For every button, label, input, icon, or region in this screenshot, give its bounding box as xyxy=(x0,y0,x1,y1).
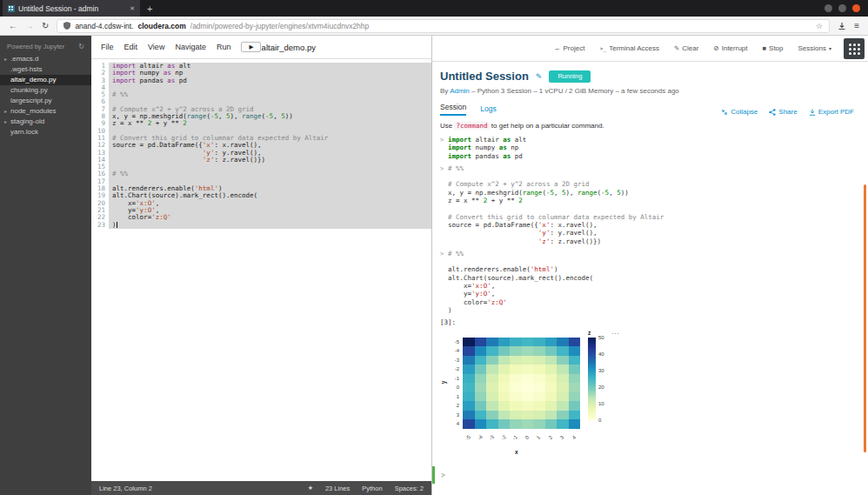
sessions-caret-icon: ▾ xyxy=(829,45,831,51)
toolbar-stop[interactable]: ■Stop xyxy=(763,44,784,52)
code-line: color='z:Q' xyxy=(112,214,431,221)
menu-run[interactable]: Run xyxy=(217,43,231,51)
heatmap-cell xyxy=(510,374,522,384)
new-tab-button[interactable]: + xyxy=(147,3,152,14)
toolbar-interrupt[interactable]: ⊘Interrupt xyxy=(713,44,747,52)
y-tick-label: -5 xyxy=(440,339,459,344)
indent-setting[interactable]: Spaces: 2 xyxy=(395,485,424,492)
console-input[interactable]: > xyxy=(432,466,445,484)
language-mode[interactable]: Python xyxy=(362,485,382,492)
folder-arrow-icon: ▸ xyxy=(4,117,10,127)
run-button[interactable]: ▶ xyxy=(241,42,261,53)
sidebar-header-label: Powered by Jupyter xyxy=(7,43,64,50)
back-icon[interactable]: ← xyxy=(9,21,17,30)
url-field[interactable]: anand-4.cdsw-int.cloudera.com/admin/powe… xyxy=(57,19,830,33)
menu-edit[interactable]: Edit xyxy=(124,43,138,51)
window-maximize-button[interactable] xyxy=(838,4,846,12)
collapse-button[interactable]: Collapse xyxy=(721,108,758,116)
code-line xyxy=(112,164,431,171)
heatmap-cell xyxy=(510,401,522,411)
heatmap-cell xyxy=(569,346,581,356)
window-minimize-button[interactable] xyxy=(825,4,832,12)
heatmap-cell xyxy=(557,392,569,402)
browser-menu-icon[interactable]: ≡ xyxy=(854,21,859,30)
line-number-gutter: 1234567891011121314151617181920212223 xyxy=(91,63,109,481)
reload-icon[interactable]: ↻ xyxy=(42,21,49,30)
file-item-yarn-lock[interactable]: yarn.lock xyxy=(0,127,91,137)
heatmap-cell xyxy=(498,356,511,365)
heatmap-cell xyxy=(510,346,522,356)
favorite-star-icon[interactable]: ★ xyxy=(308,485,313,492)
file-item--wget-hsts[interactable]: .wget-hsts xyxy=(0,64,91,75)
browser-titlebar: Untitled Session - admin ✕ + xyxy=(0,0,868,17)
file-item-staging-old[interactable]: ▸staging-old xyxy=(0,117,91,127)
legend-tick-label: 10 xyxy=(598,401,604,406)
forward-icon[interactable]: → xyxy=(25,21,34,30)
save-to-pocket-icon[interactable] xyxy=(838,22,846,30)
legend-title: z xyxy=(588,330,591,336)
export-pdf-button[interactable]: Export PDF xyxy=(809,108,854,116)
heatmap-cell xyxy=(486,401,498,411)
code-line: # %% xyxy=(112,171,431,177)
code-line: 'z': z.ravel()}) xyxy=(112,157,431,164)
menu-view[interactable]: View xyxy=(148,43,164,51)
toolbar-sessions[interactable]: Sessions▾ xyxy=(798,44,831,52)
session-toolbar: ←Project>_Terminal Access✎Clear⊘Interrup… xyxy=(432,36,868,62)
y-tick-label: -4 xyxy=(440,348,459,353)
share-icon xyxy=(769,109,776,116)
refresh-files-icon[interactable]: ↻ xyxy=(78,43,84,50)
toolbar-clear[interactable]: ✎Clear xyxy=(674,44,698,52)
code-line: import pandas as pd xyxy=(112,77,431,84)
block-chevron-icon[interactable]: > xyxy=(440,136,448,160)
heatmap-cell xyxy=(498,365,511,374)
session-scrollbar[interactable] xyxy=(864,184,866,452)
code-editor[interactable]: 1234567891011121314151617181920212223 im… xyxy=(91,59,431,481)
heatmap-cell xyxy=(533,356,545,365)
toolbar-project[interactable]: ←Project xyxy=(554,44,584,52)
heatmap-cell xyxy=(533,346,545,356)
heatmap-cell xyxy=(463,383,475,392)
heatmap-cell xyxy=(498,411,511,420)
file-list: ▸.emacs.d.wget-hstsaltair_demo.pychunkin… xyxy=(0,54,91,137)
console-output: >import altair as altimport numpy as npi… xyxy=(440,136,854,327)
heatmap-cell xyxy=(557,411,569,420)
heatmap-cell xyxy=(533,383,545,392)
block-chevron-icon[interactable]: > xyxy=(440,250,448,314)
menu-file[interactable]: File xyxy=(101,43,114,51)
edit-title-icon[interactable]: ✎ xyxy=(536,72,543,81)
editor-menubar-items: FileEditViewNavigateRun xyxy=(101,43,230,51)
heatmap-cell xyxy=(475,346,487,356)
block-chevron-icon[interactable]: > xyxy=(440,164,448,245)
session-body: Untitled Session ✎ Running By Admin – Py… xyxy=(432,62,868,495)
console-block: >import altair as altimport numpy as npi… xyxy=(440,136,854,160)
user-link[interactable]: Admin xyxy=(450,87,470,95)
heatmap-cell xyxy=(475,338,487,347)
file-item-largescript-py[interactable]: largescript.py xyxy=(0,96,91,106)
heatmap-cell xyxy=(510,338,522,347)
toolbar-terminal-access[interactable]: >_Terminal Access xyxy=(599,44,659,52)
apps-grid-icon[interactable] xyxy=(844,38,865,59)
heatmap-cell xyxy=(533,419,545,429)
tab-logs[interactable]: Logs xyxy=(480,104,496,116)
interrupt-icon: ⊘ xyxy=(713,44,718,52)
menu-navigate[interactable]: Navigate xyxy=(175,43,206,51)
heatmap-cell xyxy=(533,365,545,374)
file-item-chunking-py[interactable]: chunking.py xyxy=(0,85,91,96)
file-item-node-modules[interactable]: ▸node_modules xyxy=(0,106,91,117)
shield-icon[interactable] xyxy=(63,22,70,30)
heatmap-cell xyxy=(533,411,545,420)
file-item--emacs-d[interactable]: ▸.emacs.d xyxy=(0,54,91,64)
bookmark-star-icon[interactable]: ☆ xyxy=(816,22,823,30)
tab-session[interactable]: Session xyxy=(440,103,466,116)
window-close-button[interactable] xyxy=(852,4,860,12)
terminal-access-icon: >_ xyxy=(599,45,606,52)
file-item-altair-demo-py[interactable]: altair_demo.py xyxy=(0,75,91,85)
tab-close-icon[interactable]: ✕ xyxy=(130,5,135,12)
heatmap-cell xyxy=(522,411,534,420)
share-button[interactable]: Share xyxy=(769,108,797,116)
heatmap-cell xyxy=(557,365,569,374)
code-line: # %% xyxy=(112,91,431,98)
code-line: z = x ** 2 + y ** 2 xyxy=(112,120,431,127)
chart-actions-icon[interactable]: ⋯ xyxy=(611,329,620,338)
browser-tab[interactable]: Untitled Session - admin ✕ xyxy=(3,0,140,17)
